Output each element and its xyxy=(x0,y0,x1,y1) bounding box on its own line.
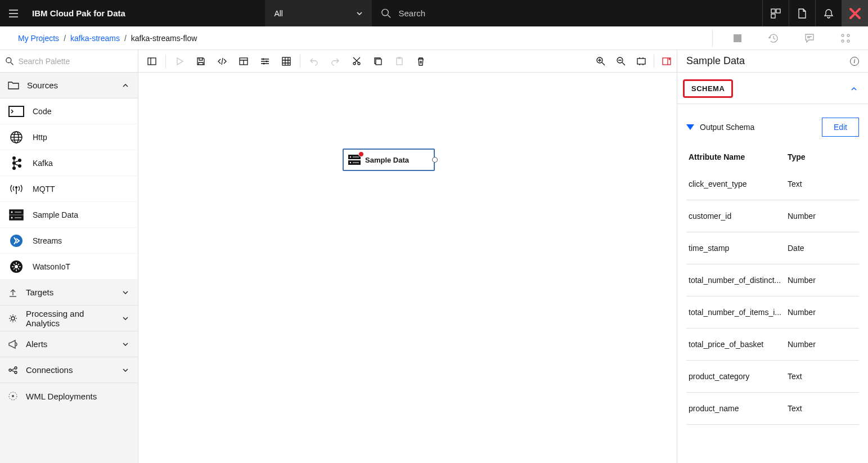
expand-triangle-icon[interactable] xyxy=(686,124,694,130)
settings-sliders-icon[interactable] xyxy=(255,51,275,71)
comment-icon[interactable] xyxy=(798,27,821,50)
info-icon[interactable]: i xyxy=(850,57,859,66)
attr-type: Number xyxy=(788,276,833,285)
copy-button[interactable] xyxy=(368,51,388,71)
cut-button[interactable] xyxy=(347,51,367,71)
table-row[interactable]: product_categoryText xyxy=(686,361,859,393)
chevron-up-icon[interactable] xyxy=(850,85,858,93)
nodes-icon[interactable] xyxy=(834,27,857,50)
document-icon[interactable] xyxy=(789,0,815,26)
svg-point-30 xyxy=(12,167,16,170)
attr-name: product_category xyxy=(686,372,788,381)
ml-icon xyxy=(8,391,18,401)
gear-icon xyxy=(8,313,18,323)
notification-bell-icon[interactable] xyxy=(815,0,842,26)
svg-point-0 xyxy=(382,9,388,15)
palette-item-http[interactable]: Http xyxy=(0,124,138,150)
svg-point-50 xyxy=(350,162,351,163)
svg-point-46 xyxy=(12,395,14,397)
breadcrumb-project[interactable]: kafka-streams xyxy=(70,34,120,43)
paste-button[interactable] xyxy=(389,51,410,71)
attr-name: total_number_of_items_i... xyxy=(686,308,788,317)
delete-button[interactable] xyxy=(411,51,431,71)
undo-button[interactable] xyxy=(304,51,324,71)
schema-section-header[interactable]: SCHEMA xyxy=(683,79,733,98)
expand-panel-button[interactable] xyxy=(656,51,677,71)
canvas-node-sample-data[interactable]: Sample Data xyxy=(343,149,435,171)
section-processing[interactable]: Processing and Analytics xyxy=(0,305,138,331)
palette-item-kafka[interactable]: Kafka xyxy=(0,150,138,176)
output-port[interactable] xyxy=(432,157,438,163)
palette-item-watsoniot[interactable]: WatsonIoT xyxy=(0,254,138,280)
table-row[interactable]: click_event_typeText xyxy=(686,168,859,200)
section-wml[interactable]: WML Deployments xyxy=(0,383,138,409)
error-indicator-icon xyxy=(358,151,364,157)
edit-schema-button[interactable]: Edit xyxy=(822,118,859,137)
table-row[interactable]: total_number_of_distinct...Number xyxy=(686,264,859,296)
breadcrumb-current: kafka-streams-flow xyxy=(131,34,197,43)
canvas-area[interactable]: Sample Data xyxy=(138,73,677,463)
table-row[interactable]: total_number_of_items_i...Number xyxy=(686,296,859,329)
svg-point-5 xyxy=(847,34,849,37)
stop-button[interactable] xyxy=(726,27,749,50)
section-sources[interactable]: Sources xyxy=(0,73,138,98)
zoom-in-button[interactable] xyxy=(591,51,611,71)
breadcrumb: My Projects / kafka-streams / kafka-stre… xyxy=(11,34,197,43)
attr-type: Text xyxy=(788,179,833,188)
palette-item-streams[interactable]: Streams xyxy=(0,228,138,254)
svg-point-41 xyxy=(11,317,15,320)
save-button[interactable] xyxy=(191,51,211,71)
table-row[interactable]: time_stampDate xyxy=(686,232,859,264)
attr-type: Text xyxy=(788,372,833,381)
svg-rect-25 xyxy=(9,106,24,116)
scope-dropdown[interactable]: All xyxy=(265,0,372,26)
svg-point-42 xyxy=(9,369,11,371)
table-row[interactable]: total_price_of_basketNumber xyxy=(686,329,859,361)
output-schema-row: Output Schema Edit xyxy=(677,104,868,146)
palette-item-code[interactable]: Code xyxy=(0,98,138,124)
header-icon-group xyxy=(762,0,868,26)
layout-button[interactable] xyxy=(233,51,254,71)
column-header-name: Attribute Name xyxy=(686,152,788,161)
global-search-input[interactable] xyxy=(398,8,743,18)
section-alerts[interactable]: Alerts xyxy=(0,331,138,357)
section-connections[interactable]: Connections xyxy=(0,357,138,383)
global-search[interactable] xyxy=(372,8,752,19)
kafka-icon xyxy=(8,156,25,170)
section-targets[interactable]: Targets xyxy=(0,280,138,305)
svg-point-13 xyxy=(263,62,265,64)
palette-search[interactable] xyxy=(0,50,138,72)
toolbar-row xyxy=(0,50,677,73)
table-row[interactable]: product_nameText xyxy=(686,393,859,425)
app-title: IBM Cloud Pak for Data xyxy=(26,8,125,18)
palette-item-sample-data[interactable]: Sample Data xyxy=(0,202,138,228)
svg-point-24 xyxy=(669,58,671,60)
svg-rect-3 xyxy=(771,14,775,18)
fit-screen-button[interactable] xyxy=(631,51,651,71)
redo-button[interactable] xyxy=(325,51,345,71)
table-row[interactable]: customer_idNumber xyxy=(686,200,859,232)
zoom-out-button[interactable] xyxy=(611,51,631,71)
globe-icon xyxy=(8,131,25,144)
attr-name: time_stamp xyxy=(686,244,788,253)
folder-icon xyxy=(8,81,19,90)
grid-icon[interactable] xyxy=(276,51,296,71)
close-banner-icon[interactable] xyxy=(842,0,868,26)
svg-point-40 xyxy=(15,265,18,268)
palette-panel: Sources Code Http Kafka xyxy=(0,73,138,463)
code-view-button[interactable] xyxy=(212,51,232,71)
svg-rect-17 xyxy=(376,59,381,65)
palette-item-mqtt[interactable]: MQTT xyxy=(0,176,138,202)
breadcrumb-root[interactable]: My Projects xyxy=(18,34,59,43)
attr-name: total_number_of_distinct... xyxy=(686,276,788,285)
switcher-icon[interactable] xyxy=(762,0,789,26)
main-body: Sources Code Http Kafka xyxy=(0,50,868,463)
toggle-palette-button[interactable] xyxy=(142,51,162,71)
svg-point-7 xyxy=(847,40,849,42)
play-button[interactable] xyxy=(169,51,190,71)
palette-search-input[interactable] xyxy=(18,57,132,66)
hamburger-menu-button[interactable] xyxy=(0,0,26,26)
history-icon[interactable] xyxy=(762,27,785,50)
svg-point-44 xyxy=(15,371,17,374)
svg-point-31 xyxy=(18,159,21,162)
